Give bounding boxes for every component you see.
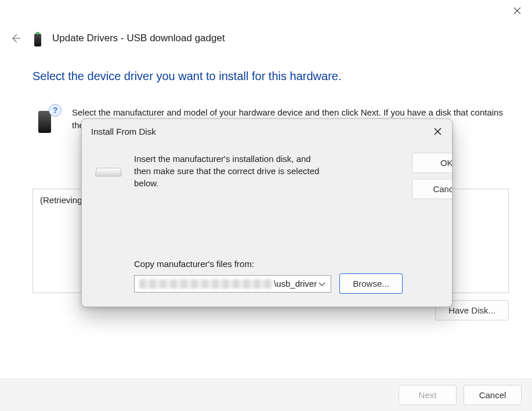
copy-from-label: Copy manufacturer's files from: [134,259,403,269]
path-combobox[interactable]: \usb_driver [134,275,331,293]
device-help-icon: ? [32,106,60,134]
close-icon [513,7,521,15]
wizard-title: Update Drivers - USB download gadget [52,33,225,44]
ok-button[interactable]: OK [412,153,453,173]
question-mark-icon: ? [49,104,61,117]
dialog-header: Install From Disk [82,119,452,143]
arrow-left-icon [10,33,21,44]
wizard-header: Update Drivers - USB download gadget [8,30,225,46]
chevron-down-icon [317,279,327,289]
dialog-button-column: OK Cancel [412,153,453,294]
dialog-instruction: Insert the manufacturer's installation d… [134,153,325,189]
dialog-cancel-button[interactable]: Cancel [412,179,453,199]
list-status-text: (Retrieving [40,195,82,205]
close-icon [434,128,441,135]
cancel-button[interactable]: Cancel [464,385,522,405]
dialog-body: Insert the manufacturer's installation d… [82,143,452,307]
back-button[interactable] [8,31,23,46]
dialog-title: Install From Disk [91,127,156,136]
install-from-disk-dialog: Install From Disk Insert the manufacture… [81,118,453,307]
copy-from-block: Copy manufacturer's files from: \usb_dri… [134,259,403,294]
drive-icon [92,158,125,184]
dialog-close-button[interactable] [429,124,446,139]
next-button[interactable]: Next [399,385,457,405]
device-icon [31,30,44,46]
path-visible-suffix: \usb_driver [274,279,317,289]
wizard-footer: Next Cancel [0,378,532,411]
path-row: \usb_driver Browse... [134,273,403,294]
browse-button[interactable]: Browse... [339,273,403,294]
redacted-path [139,279,273,289]
window-close-button[interactable] [510,3,524,17]
instruction-heading: Select the device driver you want to ins… [32,70,509,83]
dialog-main: Insert the manufacturer's installation d… [134,153,403,294]
